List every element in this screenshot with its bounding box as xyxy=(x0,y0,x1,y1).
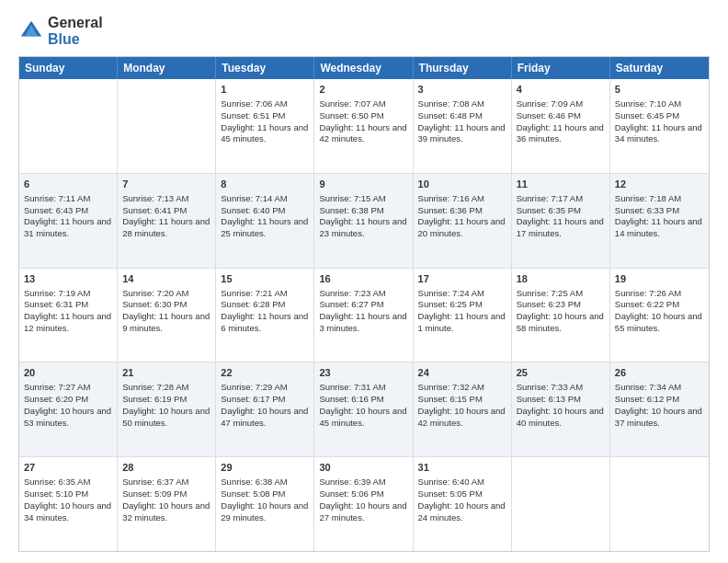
logo-icon xyxy=(18,18,44,44)
day-info: Sunrise: 7:20 AM xyxy=(122,288,210,300)
logo-general: General xyxy=(48,15,103,31)
day-info: Daylight: 11 hours and 45 minutes. xyxy=(221,122,309,146)
calendar-day: 23Sunrise: 7:31 AMSunset: 6:16 PMDayligh… xyxy=(314,362,413,456)
day-info: Daylight: 11 hours and 25 minutes. xyxy=(221,216,309,240)
day-info: Daylight: 10 hours and 27 minutes. xyxy=(319,500,407,524)
day-info: Daylight: 10 hours and 34 minutes. xyxy=(24,500,112,524)
empty-day xyxy=(512,457,610,551)
day-number: 31 xyxy=(418,461,506,475)
day-info: Sunset: 6:25 PM xyxy=(418,299,506,311)
calendar-day: 3Sunrise: 7:08 AMSunset: 6:48 PMDaylight… xyxy=(414,79,512,173)
day-number: 15 xyxy=(221,272,309,286)
day-info: Daylight: 11 hours and 17 minutes. xyxy=(517,216,605,240)
calendar-day: 13Sunrise: 7:19 AMSunset: 6:31 PMDayligh… xyxy=(19,269,118,362)
day-number: 28 xyxy=(122,461,210,475)
day-info: Sunset: 5:10 PM xyxy=(24,488,112,500)
calendar-day: 6Sunrise: 7:11 AMSunset: 6:43 PMDaylight… xyxy=(19,174,118,268)
day-number: 26 xyxy=(615,366,704,380)
day-info: Daylight: 11 hours and 14 minutes. xyxy=(615,216,704,240)
day-number: 6 xyxy=(24,178,112,191)
calendar-day: 22Sunrise: 7:29 AMSunset: 6:17 PMDayligh… xyxy=(216,362,314,456)
day-info: Sunrise: 7:34 AM xyxy=(615,382,704,394)
day-info: Sunset: 5:08 PM xyxy=(221,488,309,500)
day-info: Daylight: 11 hours and 39 minutes. xyxy=(418,122,506,146)
day-number: 13 xyxy=(24,272,112,286)
day-number: 1 xyxy=(221,83,309,97)
calendar-row: 20Sunrise: 7:27 AMSunset: 6:20 PMDayligh… xyxy=(19,362,709,456)
day-info: Daylight: 11 hours and 9 minutes. xyxy=(122,311,210,335)
day-number: 14 xyxy=(122,272,210,286)
day-info: Daylight: 10 hours and 50 minutes. xyxy=(122,406,210,430)
calendar-day: 30Sunrise: 6:39 AMSunset: 5:06 PMDayligh… xyxy=(314,457,413,551)
day-info: Sunset: 6:45 PM xyxy=(615,110,704,122)
day-info: Daylight: 11 hours and 3 minutes. xyxy=(319,311,407,335)
day-info: Sunrise: 6:35 AM xyxy=(24,477,112,488)
weekday-header: Sunday xyxy=(19,57,118,79)
day-number: 22 xyxy=(221,366,309,380)
day-info: Sunset: 6:51 PM xyxy=(221,110,309,122)
day-number: 16 xyxy=(319,272,407,286)
day-info: Sunset: 6:38 PM xyxy=(319,205,407,217)
day-info: Daylight: 10 hours and 58 minutes. xyxy=(517,311,605,335)
calendar-day: 25Sunrise: 7:33 AMSunset: 6:13 PMDayligh… xyxy=(512,362,610,456)
day-number: 24 xyxy=(418,366,506,380)
day-info: Daylight: 11 hours and 36 minutes. xyxy=(517,122,605,146)
day-info: Sunrise: 6:40 AM xyxy=(418,477,506,488)
day-number: 17 xyxy=(418,272,506,286)
day-info: Sunrise: 7:21 AM xyxy=(221,288,309,300)
day-info: Sunset: 6:33 PM xyxy=(615,205,704,217)
day-info: Daylight: 10 hours and 47 minutes. xyxy=(221,406,309,430)
day-info: Sunset: 6:31 PM xyxy=(24,299,112,311)
day-info: Daylight: 11 hours and 34 minutes. xyxy=(615,122,704,146)
calendar-row: 13Sunrise: 7:19 AMSunset: 6:31 PMDayligh… xyxy=(19,268,709,362)
day-info: Sunrise: 7:07 AM xyxy=(319,98,407,110)
day-info: Sunset: 6:15 PM xyxy=(418,394,506,406)
calendar-body: 1Sunrise: 7:06 AMSunset: 6:51 PMDaylight… xyxy=(19,79,709,551)
calendar-day: 15Sunrise: 7:21 AMSunset: 6:28 PMDayligh… xyxy=(216,269,314,362)
calendar-day: 7Sunrise: 7:13 AMSunset: 6:41 PMDaylight… xyxy=(118,174,216,268)
day-info: Sunrise: 7:10 AM xyxy=(615,98,704,110)
day-info: Sunrise: 7:29 AM xyxy=(221,382,309,394)
day-number: 3 xyxy=(418,83,506,97)
day-number: 18 xyxy=(517,272,605,286)
day-info: Sunset: 5:09 PM xyxy=(122,488,210,500)
day-info: Sunset: 6:13 PM xyxy=(517,394,605,406)
day-info: Sunrise: 7:06 AM xyxy=(221,98,309,110)
day-info: Sunset: 6:40 PM xyxy=(221,205,309,217)
day-info: Sunset: 6:43 PM xyxy=(24,205,112,217)
day-info: Sunset: 6:41 PM xyxy=(122,205,210,217)
calendar-day: 9Sunrise: 7:15 AMSunset: 6:38 PMDaylight… xyxy=(314,174,413,268)
day-info: Sunset: 6:46 PM xyxy=(517,110,605,122)
day-info: Daylight: 10 hours and 53 minutes. xyxy=(24,406,112,430)
calendar-day: 5Sunrise: 7:10 AMSunset: 6:45 PMDaylight… xyxy=(610,79,709,173)
day-info: Daylight: 10 hours and 24 minutes. xyxy=(418,500,506,524)
calendar-day: 17Sunrise: 7:24 AMSunset: 6:25 PMDayligh… xyxy=(414,269,512,362)
day-info: Sunrise: 7:15 AM xyxy=(319,193,407,205)
day-number: 27 xyxy=(24,461,112,475)
calendar-day: 19Sunrise: 7:26 AMSunset: 6:22 PMDayligh… xyxy=(610,269,709,362)
calendar-day: 28Sunrise: 6:37 AMSunset: 5:09 PMDayligh… xyxy=(118,457,216,551)
day-info: Sunrise: 7:08 AM xyxy=(418,98,506,110)
day-info: Daylight: 11 hours and 28 minutes. xyxy=(122,216,210,240)
empty-day xyxy=(118,79,216,173)
day-info: Daylight: 11 hours and 1 minute. xyxy=(418,311,506,335)
day-number: 20 xyxy=(24,366,112,380)
day-info: Sunrise: 7:11 AM xyxy=(24,193,112,205)
day-info: Daylight: 10 hours and 29 minutes. xyxy=(221,500,309,524)
day-number: 9 xyxy=(319,178,407,191)
calendar: SundayMondayTuesdayWednesdayThursdayFrid… xyxy=(18,56,710,552)
empty-day xyxy=(19,79,118,173)
day-number: 19 xyxy=(615,272,704,286)
day-info: Daylight: 11 hours and 20 minutes. xyxy=(418,216,506,240)
day-info: Sunrise: 7:32 AM xyxy=(418,382,506,394)
day-info: Sunset: 6:19 PM xyxy=(122,394,210,406)
day-info: Sunrise: 6:38 AM xyxy=(221,477,309,488)
calendar-day: 26Sunrise: 7:34 AMSunset: 6:12 PMDayligh… xyxy=(610,362,709,456)
day-info: Sunset: 5:06 PM xyxy=(319,488,407,500)
calendar-row: 6Sunrise: 7:11 AMSunset: 6:43 PMDaylight… xyxy=(19,173,709,268)
weekday-header: Monday xyxy=(118,57,216,79)
weekday-header: Thursday xyxy=(414,57,512,79)
day-info: Sunrise: 7:18 AM xyxy=(615,193,704,205)
calendar-day: 21Sunrise: 7:28 AMSunset: 6:19 PMDayligh… xyxy=(118,362,216,456)
weekday-header: Tuesday xyxy=(216,57,314,79)
